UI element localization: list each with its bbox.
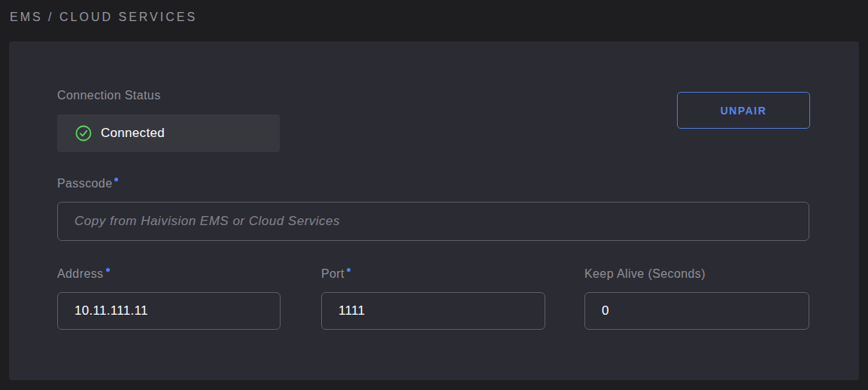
keep-alive-label: Keep Alive (Seconds) bbox=[584, 267, 706, 281]
connection-status-value: Connected bbox=[101, 126, 165, 141]
page-title: EMS / CLOUD SERVICES bbox=[10, 11, 197, 24]
ems-cloud-services-panel: Connection Status Connected UNPAIR Passc… bbox=[9, 41, 859, 380]
connection-status-label: Connection Status bbox=[57, 89, 161, 102]
keep-alive-input[interactable] bbox=[584, 292, 809, 330]
unpair-button[interactable]: UNPAIR bbox=[677, 92, 810, 129]
address-label: Address bbox=[57, 267, 110, 281]
port-label: Port bbox=[321, 267, 351, 281]
required-indicator bbox=[114, 178, 118, 181]
connection-status-indicator: Connected bbox=[57, 114, 280, 152]
passcode-input[interactable] bbox=[57, 202, 809, 241]
check-circle-icon bbox=[75, 125, 92, 142]
address-input[interactable] bbox=[57, 292, 281, 330]
passcode-label: Passcode bbox=[57, 177, 118, 190]
port-input[interactable] bbox=[321, 292, 545, 330]
required-indicator bbox=[106, 268, 110, 272]
required-indicator bbox=[347, 268, 351, 272]
